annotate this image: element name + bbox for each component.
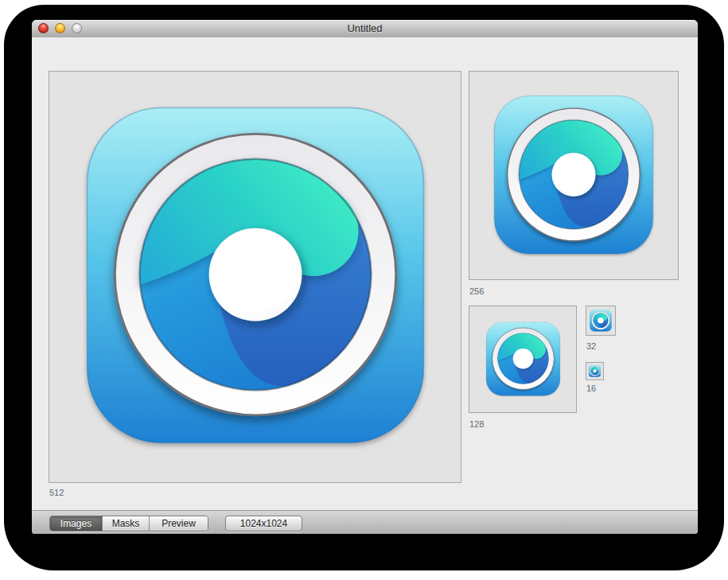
size-label-256: 256 [469,286,484,296]
size-label-32: 32 [586,341,596,351]
tab-masks[interactable]: Masks [102,516,149,531]
window-title: Untitled [32,20,698,37]
app-icon-128 [485,321,561,397]
size-label-16: 16 [586,383,596,393]
preview-cell-256[interactable] [469,71,679,280]
preview-cell-16[interactable] [586,362,604,380]
preview-cell-512[interactable] [49,71,461,483]
size-1024-button[interactable]: 1024x1024 [225,516,302,531]
tab-images[interactable]: Images [50,516,102,531]
content-area: 512 256 128 32 16 [32,37,698,510]
app-window: Untitled 512 256 128 32 16 [32,20,698,534]
preview-cell-128[interactable] [469,306,577,413]
view-segmented-control: Images Masks Preview [49,516,208,531]
app-icon-32 [590,309,612,332]
app-icon-512 [83,105,428,450]
size-label-128: 128 [469,419,484,429]
app-icon-256 [492,95,655,257]
title-bar[interactable]: Untitled [32,20,698,38]
preview-cell-32[interactable] [586,306,616,336]
screenshot-stage: Untitled 512 256 128 32 16 [0,0,728,580]
bottom-toolbar: Images Masks Preview 1024x1024 [32,510,698,534]
tab-preview[interactable]: Preview [149,516,208,531]
app-icon-16 [589,365,601,377]
size-label-512: 512 [49,488,64,497]
